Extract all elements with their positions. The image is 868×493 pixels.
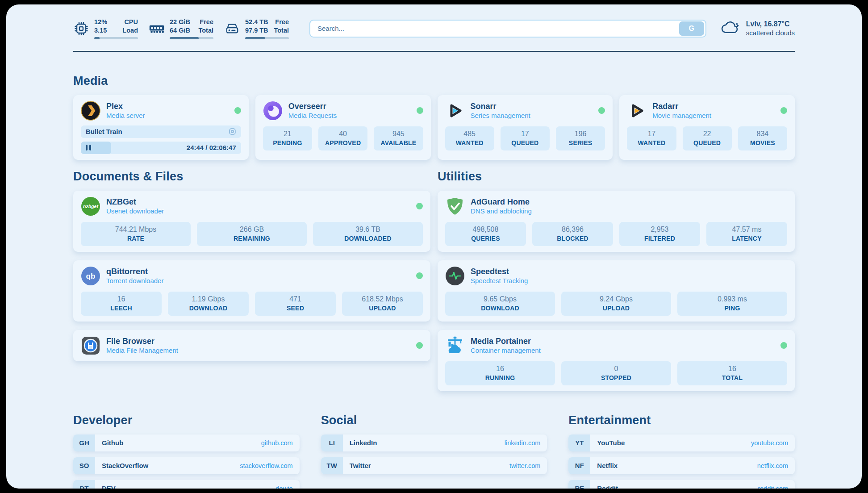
stat-tile: 618.52 MbpsUPLOAD [342, 292, 423, 316]
app-subtitle: Speedtest Tracking [471, 277, 528, 285]
adguard-card[interactable]: AdGuard Home DNS and adblocking 498,508Q… [438, 191, 795, 252]
app-subtitle: DNS and adblocking [471, 207, 532, 216]
status-dot [780, 107, 787, 114]
nzbget-logo-icon: nzbget [81, 196, 100, 216]
stat-tile: 498,508QUERIES [445, 222, 526, 246]
stat-tile: 40APPROVED [318, 126, 367, 150]
link-abbr: TW [321, 457, 343, 474]
now-playing-title: Bullet Train [86, 128, 122, 135]
stat-tile: 266 GBREMAINING [197, 222, 307, 246]
disk-total-label: Total [274, 26, 289, 35]
filebrowser-logo-icon [81, 336, 100, 355]
player-settings-icon[interactable] [229, 128, 236, 135]
status-dot [417, 107, 423, 114]
link-github[interactable]: GH Github github.com [73, 435, 300, 451]
link-abbr: SO [73, 457, 95, 474]
link-abbr: LI [321, 435, 343, 451]
status-dot [416, 203, 423, 209]
section-title-media: Media [73, 74, 795, 88]
stat-tile: 17WANTED [627, 126, 676, 150]
section-title-entertainment: Entertainment [568, 414, 795, 427]
link-abbr: NF [568, 457, 590, 474]
header: 12%CPU 3.15Load 22 GiBFree 64 GiBTotal 5… [73, 18, 795, 39]
cpu-usage-value: 12% [94, 18, 107, 26]
status-dot [780, 342, 787, 349]
disk-free-label: Free [275, 18, 289, 26]
disk-total-value: 97.9 TB [245, 26, 268, 35]
stat-tile: 39.6 TBDOWNLOADED [313, 222, 423, 246]
app-subtitle: Container management [471, 347, 541, 355]
adguard-logo-icon [445, 196, 465, 216]
radarr-logo-icon [627, 101, 647, 121]
memory-free-value: 22 GiB [170, 18, 190, 26]
app-subtitle: Media Requests [288, 112, 337, 120]
stat-tile: 2,953FILTERED [619, 222, 700, 246]
link-linkedin[interactable]: LI LinkedIn linkedin.com [321, 435, 547, 451]
plex-logo-icon [81, 101, 100, 121]
stat-tile: 9.65 GbpsDOWNLOAD [445, 292, 555, 316]
stat-tile: 1.19 GbpsDOWNLOAD [168, 292, 249, 316]
link-group-social: Social LI LinkedIn linkedin.com TW Twitt… [321, 414, 547, 489]
stat-tile: 16LEECH [81, 292, 162, 316]
memory-progress-fill [170, 37, 199, 39]
resource-memory: 22 GiBFree 64 GiBTotal [149, 18, 213, 39]
memory-total-label: Total [198, 26, 213, 35]
cloud-icon [720, 20, 740, 37]
svg-text:nzbget: nzbget [83, 204, 98, 209]
svg-text:qb: qb [86, 272, 96, 280]
memory-progress-bar [170, 37, 213, 39]
cpu-progress-bar [94, 37, 138, 39]
overseerr-card[interactable]: Overseerr Media Requests 21PENDING 40APP… [255, 95, 431, 160]
app-title: Speedtest [471, 267, 528, 277]
weather-widget: Lviv, 16.87°C scattered clouds [720, 20, 795, 37]
stat-tile: 47.57 msLATENCY [706, 222, 787, 246]
link-abbr: DT [73, 480, 95, 489]
section-title-developer: Developer [73, 414, 300, 427]
stat-tile: 22QUEUED [683, 126, 732, 150]
app-title: Overseerr [288, 101, 337, 112]
section-media: Media Plex Media server Bullet Train [73, 74, 795, 160]
link-reddit[interactable]: RE Reddit reddit.com [568, 480, 795, 489]
portainer-card[interactable]: Media Portainer Container management 16R… [438, 330, 795, 391]
link-abbr: GH [73, 435, 95, 451]
sonarr-card[interactable]: Sonarr Series management 485WANTED 17QUE… [438, 95, 613, 160]
link-twitter[interactable]: TW Twitter twitter.com [321, 457, 547, 474]
app-subtitle: Series management [471, 112, 530, 120]
app-title: Plex [106, 101, 145, 112]
playback-time: 24:44 / 02:06:47 [187, 144, 236, 151]
plex-card[interactable]: Plex Media server Bullet Train 24:44 / 0… [73, 95, 249, 160]
dashboard-screen: 12%CPU 3.15Load 22 GiBFree 64 GiBTotal 5… [6, 4, 862, 489]
app-subtitle: Movie management [652, 112, 711, 120]
link-netflix[interactable]: NF Netflix netflix.com [568, 457, 795, 474]
search-input[interactable] [317, 24, 679, 33]
status-dot [416, 342, 423, 349]
stat-tile: 9.24 GbpsUPLOAD [561, 292, 671, 316]
radarr-card[interactable]: Radarr Movie management 17WANTED 22QUEUE… [619, 95, 795, 160]
qbittorrent-card[interactable]: qb qBittorrent Torrent downloader 16LEEC… [73, 260, 430, 322]
app-subtitle: Media File Management [106, 347, 178, 355]
stat-tile: 0STOPPED [561, 361, 671, 385]
filebrowser-card[interactable]: File Browser Media File Management [73, 330, 430, 361]
link-dev[interactable]: DT DEV dev.to [73, 480, 300, 489]
app-title: qBittorrent [106, 267, 163, 277]
memory-icon [149, 21, 165, 37]
disk-icon [224, 21, 240, 37]
app-subtitle: Torrent downloader [106, 277, 163, 285]
status-dot [234, 107, 241, 114]
section-documents: Documents & Files nzbget NZBGet Usenet d… [73, 170, 430, 391]
app-subtitle: Media server [106, 112, 145, 120]
link-stackoverflow[interactable]: SO StackOverflow stackoverflow.com [73, 457, 300, 474]
speedtest-logo-icon [445, 266, 465, 286]
section-title-documents: Documents & Files [73, 170, 430, 184]
nzbget-card[interactable]: nzbget NZBGet Usenet downloader 744.21 M… [73, 191, 430, 252]
speedtest-card[interactable]: Speedtest Speedtest Tracking 9.65 GbpsDO… [438, 260, 795, 322]
stat-tile: 21PENDING [263, 126, 312, 150]
playback-progress-bar: 24:44 / 02:06:47 [81, 142, 241, 154]
cpu-progress-fill [94, 37, 100, 39]
stat-tile: 17QUEUED [501, 126, 550, 150]
link-youtube[interactable]: YT YouTube youtube.com [568, 435, 795, 451]
app-title: File Browser [106, 336, 178, 347]
stat-tile: 16TOTAL [677, 361, 787, 385]
link-abbr: YT [568, 435, 590, 451]
search-provider-button[interactable]: G [679, 21, 704, 36]
